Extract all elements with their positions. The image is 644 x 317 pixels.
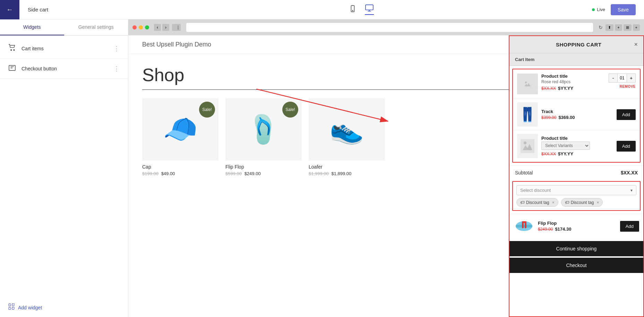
- flip-flop-price: $599.00 $249.00: [225, 171, 302, 176]
- product-loafer: 👟 Loafer $1,999.00 $1,899.00: [309, 98, 385, 176]
- shopping-cart-panel: SHOPPING CART × Cart Item Product title …: [509, 35, 644, 317]
- desktop-icon[interactable]: [365, 4, 374, 15]
- discount-select-arrow: ▾: [630, 188, 633, 193]
- discount-tag-1[interactable]: 🏷 Discount tag ×: [516, 198, 558, 207]
- flip-flop-sale-price: $249.00: [244, 171, 261, 176]
- tab-general-settings[interactable]: General settings: [64, 19, 128, 35]
- upsell-item-product-image: [517, 134, 538, 158]
- cart-items-label: Cart items: [22, 46, 113, 51]
- cart-close-button[interactable]: ×: [634, 41, 638, 48]
- live-indicator: Live: [592, 7, 605, 12]
- back-button[interactable]: ←: [0, 0, 19, 19]
- flip-flop-original-price: $599.00: [225, 171, 242, 176]
- upsell-track-prices: $399.00 $369.00: [541, 115, 613, 120]
- cart-header: SHOPPING CART ×: [509, 36, 643, 53]
- reload-button[interactable]: ↻: [599, 25, 603, 30]
- cart-items-menu[interactable]: ⋮: [113, 45, 120, 52]
- add-flip-flop-button[interactable]: Add: [620, 221, 639, 232]
- subtotal-label: Subtotal: [515, 170, 533, 175]
- sidebar-tabs: Widgets General settings: [0, 19, 128, 36]
- cart-item-1: Product title Rose red 48pcs $XX.XX $YY.…: [513, 69, 640, 99]
- add-track-button[interactable]: Add: [617, 109, 636, 120]
- sidebar-item-cart-items[interactable]: Cart items ⋮: [0, 38, 128, 59]
- cart-item-1-name: Product title: [541, 74, 605, 79]
- svg-rect-11: [12, 307, 14, 309]
- svg-rect-2: [366, 5, 373, 10]
- subtotal-row: Subtotal $XX.XX: [509, 165, 643, 180]
- flip-flop-row: Flip Flop $249.00 $174.30 Add: [509, 214, 643, 238]
- svg-point-6: [14, 50, 15, 51]
- shop-site-title: Best Upsell Plugin Demo: [142, 41, 211, 48]
- discount-select[interactable]: Select discount ▾: [516, 185, 636, 195]
- checkout-icon: [8, 64, 16, 73]
- cart-items-box: Product title Rose red 48pcs $XX.XX $YY.…: [512, 69, 641, 163]
- plus-button[interactable]: +: [633, 24, 640, 31]
- cap-name: Cap: [142, 164, 218, 170]
- cap-price: $199.00 $49.00: [142, 171, 218, 176]
- product-flip-flop-image: 🩴 Sale!: [225, 98, 302, 161]
- save-button[interactable]: Save: [611, 4, 636, 15]
- top-bar: ← Side cart Live Save: [0, 0, 644, 19]
- share-button[interactable]: ⬆: [606, 24, 613, 31]
- svg-point-1: [352, 10, 353, 11]
- qty-decrease[interactable]: -: [609, 74, 617, 82]
- flip-flop-original-price: $249.00: [538, 227, 553, 232]
- checkout-button[interactable]: Checkout: [509, 258, 643, 273]
- cap-sale-price: $49.00: [161, 171, 175, 176]
- add-tab-button[interactable]: +: [615, 24, 622, 31]
- upsell-product-name: Product title: [541, 136, 613, 141]
- sidebar-item-checkout-button[interactable]: Checkout button ⋮: [0, 59, 128, 79]
- cap-original-price: $199.00: [142, 171, 158, 176]
- discount-tag-2[interactable]: 🏷 Discount tag ×: [561, 198, 603, 207]
- browser-actions: ⬆ + ⊞ +: [606, 24, 640, 31]
- loafer-original-price: $1,999.00: [309, 171, 329, 176]
- tl-yellow: [139, 25, 143, 29]
- product-flip-flop: 🩴 Sale! Flip Flop $599.00 $249.00: [225, 98, 302, 176]
- flip-flop-sale-badge: Sale!: [282, 102, 298, 118]
- add-product-button[interactable]: Add: [617, 141, 636, 152]
- upsell-track-name: Track: [541, 109, 613, 114]
- checkout-menu[interactable]: ⋮: [113, 65, 120, 72]
- subtotal-value: $XX.XX: [621, 170, 638, 175]
- loafer-sale-price: $1,899.00: [331, 171, 351, 176]
- discount-tag-2-label: Discount tag: [571, 200, 594, 205]
- svg-rect-14: [522, 79, 533, 89]
- cap-sale-badge: Sale!: [199, 102, 215, 118]
- discount-tag-1-icon: 🏷: [520, 200, 525, 205]
- remove-button[interactable]: REMOVE: [620, 85, 636, 88]
- flip-flop-name: Flip Flop: [538, 221, 617, 226]
- add-widget-label: Add widget: [18, 305, 42, 310]
- qty-increase[interactable]: +: [627, 74, 635, 82]
- continue-shopping-button[interactable]: Continue shopping: [509, 241, 643, 256]
- address-bar[interactable]: [186, 23, 593, 32]
- upsell-product-sale-price: $YY.YY: [558, 151, 573, 156]
- mobile-icon[interactable]: [349, 5, 357, 14]
- sidebar-toggle[interactable]: ⎹: [172, 24, 181, 31]
- product-cap: 🧢 Sale! Cap $199.00 $49.00: [142, 98, 218, 176]
- add-widget-button[interactable]: Add widget: [0, 298, 128, 317]
- main-layout: Widgets General settings Cart items ⋮ Ch…: [0, 19, 644, 317]
- device-switcher: [130, 4, 592, 15]
- cart-actions: Continue shopping Checkout: [509, 238, 643, 274]
- discount-tag-1-close[interactable]: ×: [552, 200, 555, 205]
- qty-value: 01: [617, 74, 627, 82]
- upsell-item-product-info: Product title Select Variants $XX.XX $YY…: [541, 136, 613, 156]
- loafer-name: Loafer: [309, 164, 385, 170]
- tl-red: [132, 25, 137, 29]
- cart-item-1-info: Product title Rose red 48pcs $XX.XX $YY.…: [541, 74, 605, 91]
- tab-widgets[interactable]: Widgets: [0, 19, 64, 35]
- discount-tag-2-icon: 🏷: [565, 200, 569, 205]
- sidebar: Widgets General settings Cart items ⋮ Ch…: [0, 19, 128, 317]
- more-button[interactable]: ⊞: [624, 24, 632, 31]
- upsell-item-track-image: 👖: [517, 102, 538, 127]
- back-nav[interactable]: ‹: [154, 24, 161, 31]
- flip-flop-sale-price: $174.30: [555, 226, 571, 232]
- discount-tag-2-close[interactable]: ×: [596, 200, 599, 205]
- cart-item-1-image: [517, 74, 538, 94]
- preview-content: Best Upsell Plugin Demo My account Shop …: [128, 35, 644, 317]
- discount-box: Select discount ▾ 🏷 Discount tag × 🏷 Dis…: [512, 181, 641, 211]
- page-title: Side cart: [19, 7, 130, 12]
- forward-nav[interactable]: ›: [162, 24, 169, 31]
- upsell-product-variant-select[interactable]: Select Variants: [541, 142, 590, 150]
- loafer-price: $1,999.00 $1,899.00: [309, 171, 385, 176]
